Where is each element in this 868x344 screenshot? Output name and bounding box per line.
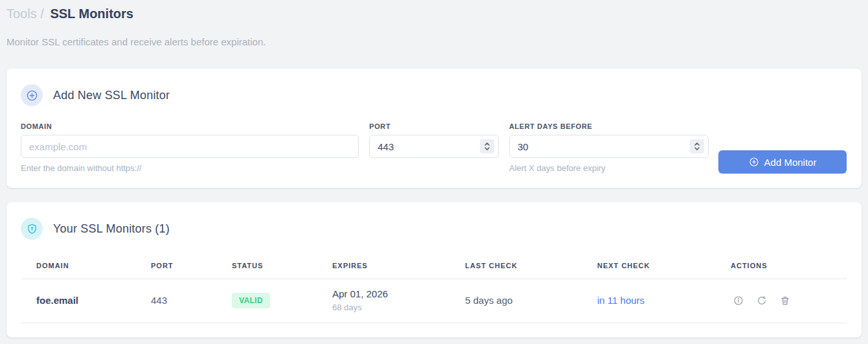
page-title: SSL Monitors (50, 6, 133, 21)
monitors-table: DOMAIN PORT STATUS EXPIRES LAST CHECK NE… (21, 254, 847, 323)
col-header-domain: DOMAIN (21, 254, 135, 279)
monitor-port: 443 (135, 279, 216, 323)
alert-days-stepper[interactable] (690, 139, 704, 154)
shield-icon (21, 218, 43, 240)
add-monitor-form: DOMAIN Enter the domain without https://… (21, 122, 847, 174)
add-monitor-card: Add New SSL Monitor DOMAIN Enter the dom… (6, 69, 862, 188)
breadcrumb: Tools / SSL Monitors (6, 5, 862, 22)
refresh-icon[interactable] (754, 293, 770, 308)
monitor-expires-cell: Apr 01, 2026 68 days (317, 279, 450, 323)
page-subtitle: Monitor SSL certificates and receive ale… (6, 36, 862, 47)
domain-input[interactable] (21, 135, 359, 158)
monitor-status-cell: VALID (216, 279, 317, 323)
port-label: PORT (369, 122, 499, 130)
table-row: foe.email 443 VALID Apr 01, 2026 68 days… (21, 279, 847, 323)
col-header-expires: EXPIRES (317, 254, 450, 279)
add-monitor-card-header: Add New SSL Monitor (21, 84, 847, 106)
alert-days-field-group: ALERT DAYS BEFORE Alert X days before ex… (509, 122, 709, 173)
alert-days-label: ALERT DAYS BEFORE (509, 122, 709, 130)
info-icon[interactable] (731, 293, 746, 308)
monitor-next-check: in 11 hours (582, 279, 715, 323)
expires-days-remaining: 68 days (332, 303, 443, 312)
breadcrumb-separator: / (40, 6, 44, 21)
col-header-next-check: NEXT CHECK (582, 254, 715, 279)
monitors-card-header: Your SSL Monitors (1) (21, 218, 847, 240)
trash-icon[interactable] (777, 293, 793, 308)
col-header-actions: ACTIONS (715, 254, 847, 279)
plus-circle-icon (21, 84, 43, 106)
plus-circle-icon (749, 157, 759, 167)
breadcrumb-parent[interactable]: Tools (6, 6, 37, 21)
ssl-monitors-page: Tools / SSL Monitors Monitor SSL certifi… (0, 0, 868, 338)
col-header-last-check: LAST CHECK (450, 254, 582, 279)
monitor-last-check: 5 days ago (450, 279, 582, 323)
table-header-row: DOMAIN PORT STATUS EXPIRES LAST CHECK NE… (21, 254, 847, 279)
monitor-actions (715, 279, 847, 323)
port-input[interactable] (369, 135, 499, 158)
expires-date: Apr 01, 2026 (332, 288, 443, 299)
add-monitor-button[interactable]: Add Monitor (718, 150, 847, 174)
alert-days-helper: Alert X days before expiry (509, 163, 709, 173)
domain-label: DOMAIN (21, 122, 359, 130)
domain-field-group: DOMAIN Enter the domain without https:// (21, 122, 359, 173)
domain-helper: Enter the domain without https:// (21, 163, 359, 173)
monitors-list-card: Your SSL Monitors (1) DOMAIN PORT STATUS… (6, 202, 862, 338)
alert-days-input[interactable] (509, 135, 709, 158)
col-header-port: PORT (135, 254, 216, 279)
monitors-card-title: Your SSL Monitors (1) (53, 222, 170, 236)
port-stepper[interactable] (480, 139, 494, 154)
add-monitor-button-label: Add Monitor (764, 157, 817, 168)
col-header-status: STATUS (216, 254, 317, 279)
add-monitor-card-title: Add New SSL Monitor (53, 89, 170, 102)
monitor-domain: foe.email (21, 279, 135, 323)
port-field-group: PORT (369, 122, 499, 158)
status-badge: VALID (232, 293, 270, 308)
